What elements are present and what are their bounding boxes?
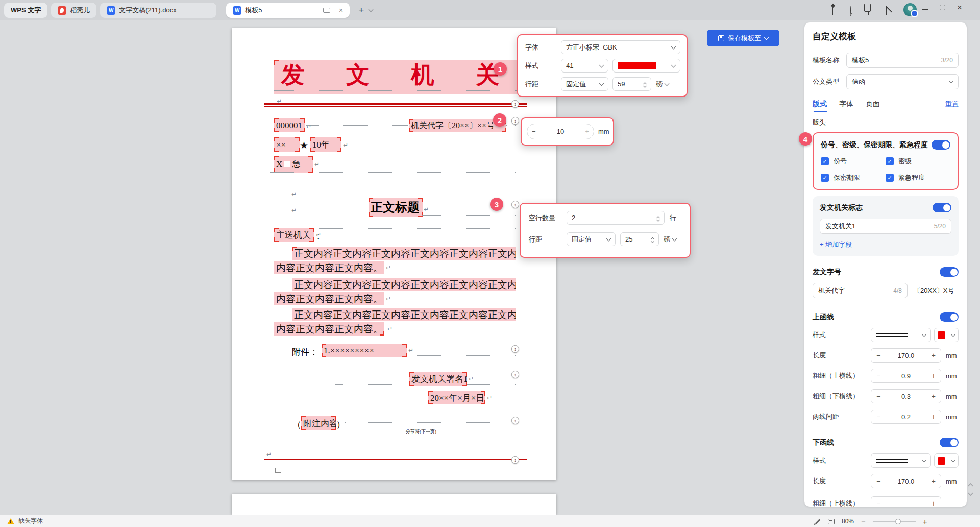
spinner-arrows-icon[interactable]	[644, 81, 646, 87]
ai-assistant-icon[interactable]	[832, 6, 841, 15]
lower-line-color-select[interactable]	[934, 453, 959, 468]
pen-tool-icon[interactable]	[815, 519, 820, 524]
minus-icon[interactable]: −	[876, 351, 880, 360]
body-paragraph-line[interactable]: 正文内容正文内容正文内容正文内容正文内容正文内容正文内容正文	[292, 278, 516, 291]
lower-line-style-select[interactable]	[871, 453, 931, 468]
zoom-slider[interactable]	[873, 521, 916, 522]
package-icon[interactable]	[886, 6, 895, 15]
line-spacing-value-spinner[interactable]: 59	[612, 77, 651, 91]
new-tab-button[interactable]: +	[358, 5, 364, 16]
missing-font-warning[interactable]: 缺失字体	[18, 517, 43, 525]
minimize-icon[interactable]	[922, 9, 928, 10]
blank-spacing-mode-select[interactable]: 固定值	[567, 232, 616, 246]
plus-icon[interactable]: +	[585, 128, 589, 135]
serial-number-field[interactable]: 000001	[274, 118, 305, 132]
upper-line-bottom-thickness-stepper[interactable]: − 0.3 +	[871, 389, 941, 403]
tab-docer[interactable]: 稻壳儿	[51, 3, 96, 18]
spinner-arrows-icon[interactable]	[657, 215, 659, 221]
close-window-icon[interactable]: ×	[957, 3, 962, 12]
secret-term-field[interactable]: 10年	[310, 137, 341, 152]
font-color-select[interactable]	[612, 59, 680, 73]
row-resize-handle[interactable]: ↕	[511, 100, 519, 108]
header-group-toggle[interactable]	[932, 140, 950, 150]
add-field-link[interactable]: + 增加字段	[820, 240, 951, 249]
save-options-chevron-icon[interactable]	[764, 35, 769, 40]
reference-number-field[interactable]: 机关代字〔20××〕××号	[409, 119, 506, 132]
body-paragraph-line[interactable]: 内容正文内容正文内容。	[274, 261, 384, 274]
upper-line-toggle[interactable]	[940, 312, 959, 322]
upper-line-style-select[interactable]	[871, 328, 931, 342]
tab-page[interactable]: 页面	[866, 100, 880, 109]
reset-link[interactable]: 重置	[945, 100, 959, 109]
upper-line-top-thickness-stepper[interactable]: − 0.9 +	[871, 369, 941, 383]
scroll-up-icon[interactable]	[968, 484, 973, 489]
lower-line-toggle[interactable]	[940, 438, 959, 447]
row-resize-handle[interactable]: ↕	[511, 345, 519, 353]
template-name-input[interactable]: 模板5 3/20	[846, 53, 959, 68]
issuing-agency-title-field[interactable]: 发文机关1	[274, 60, 556, 94]
blank-spacing-value-spinner[interactable]: 25	[620, 232, 659, 246]
feedback-chat-icon[interactable]	[850, 6, 859, 15]
row-resize-handle[interactable]: ↕	[511, 417, 519, 424]
row-resize-handle[interactable]: ↕	[511, 456, 519, 464]
urgency-field[interactable]: X急	[274, 156, 313, 173]
secret-level-field[interactable]: ××	[274, 137, 300, 152]
body-paragraph-line[interactable]: 正文内容正文内容正文内容正文内容正文内容正文内容正文内容正文	[292, 247, 516, 260]
plus-icon[interactable]: +	[932, 372, 936, 380]
plus-icon[interactable]: +	[932, 392, 936, 400]
plus-icon[interactable]: +	[932, 477, 936, 485]
font-family-select[interactable]: 方正小标宋_GBK	[561, 40, 680, 54]
body-title-field[interactable]: 正文标题	[369, 198, 423, 217]
ref-number-toggle[interactable]	[940, 267, 959, 277]
scroll-down-icon[interactable]	[968, 491, 973, 496]
zoom-slider-thumb[interactable]	[895, 519, 901, 524]
line-spacing-mode-select[interactable]: 固定值	[561, 77, 608, 91]
zoom-out-icon[interactable]: −	[861, 517, 866, 526]
upper-line-color-select[interactable]	[934, 328, 959, 342]
spinner-arrows-icon[interactable]	[651, 236, 654, 243]
checkbox-secret-level[interactable]: ✓ 密级	[886, 157, 950, 166]
minus-icon[interactable]: −	[876, 392, 880, 400]
minus-icon[interactable]: −	[532, 128, 536, 135]
tab-layout[interactable]: 版式	[813, 100, 827, 109]
margin-value-stepper[interactable]: − 10 +	[527, 124, 594, 139]
row-resize-handle[interactable]: ↕	[511, 201, 519, 208]
minus-icon[interactable]: −	[876, 413, 880, 421]
plus-icon[interactable]: +	[932, 499, 936, 507]
recipient-field[interactable]: 主送机关	[274, 228, 314, 242]
zoom-in-icon[interactable]: +	[923, 517, 927, 526]
checkbox-urgency[interactable]: ✓ 紧急程度	[886, 173, 950, 182]
lower-line-length-stepper[interactable]: − 170.0 +	[871, 474, 941, 488]
minus-icon[interactable]: −	[876, 499, 880, 507]
signer-field[interactable]: 发文机关署名1	[409, 372, 467, 386]
tab-list-chevron-icon[interactable]	[369, 7, 374, 12]
agency-name-input[interactable]: 发文机关1 5/20	[820, 219, 951, 234]
tab-template-active[interactable]: W 模板5 ×	[226, 3, 350, 18]
unit-select[interactable]: 磅	[664, 235, 676, 244]
date-field[interactable]: 20××年×月×日	[428, 391, 485, 404]
note-field[interactable]: 附注内容	[301, 416, 336, 430]
plus-icon[interactable]: +	[932, 413, 936, 421]
app-menu-button[interactable]: WPS 文字	[4, 3, 47, 18]
tab-document[interactable]: W 文字文稿(211).docx	[100, 3, 216, 18]
doc-type-select[interactable]: 信函	[846, 74, 959, 89]
close-tab-icon[interactable]: ×	[339, 7, 343, 14]
minus-icon[interactable]: −	[876, 372, 880, 380]
row-resize-handle[interactable]: ↕	[511, 371, 519, 378]
attachment-field[interactable]: 1.×××××××××	[322, 344, 407, 357]
save-template-button[interactable]: 保存模板至	[707, 30, 779, 46]
font-size-select[interactable]: 41	[561, 59, 608, 73]
zoom-percent[interactable]: 80%	[842, 518, 854, 525]
lower-line-top-thickness-stepper[interactable]: − +	[871, 496, 941, 507]
row-resize-handle[interactable]: ↕	[511, 117, 519, 125]
unit-select[interactable]: 磅	[656, 80, 669, 89]
tab-font[interactable]: 字体	[839, 100, 853, 109]
body-paragraph-line[interactable]: 内容正文内容正文内容。	[274, 322, 384, 336]
body-paragraph-line[interactable]: 内容正文内容正文内容。	[274, 292, 384, 305]
agency-group-toggle[interactable]	[933, 203, 951, 212]
checkbox-secret-term[interactable]: ✓ 保密期限	[821, 173, 886, 182]
minus-icon[interactable]: −	[876, 477, 880, 485]
plus-icon[interactable]: +	[932, 351, 936, 360]
present-on-screen-icon[interactable]	[323, 8, 330, 13]
ref-code-input[interactable]: 机关代字 4/8	[813, 283, 908, 298]
